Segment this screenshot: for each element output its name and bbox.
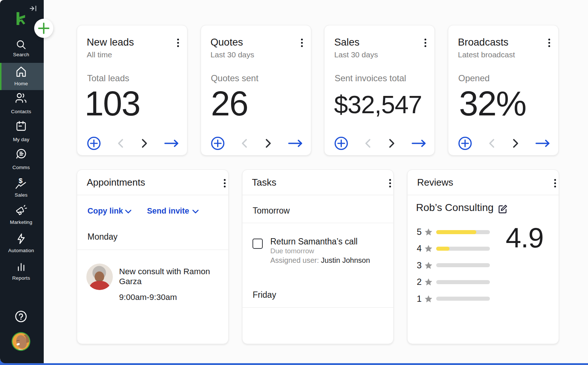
svg-text:$: $ [19, 178, 23, 185]
